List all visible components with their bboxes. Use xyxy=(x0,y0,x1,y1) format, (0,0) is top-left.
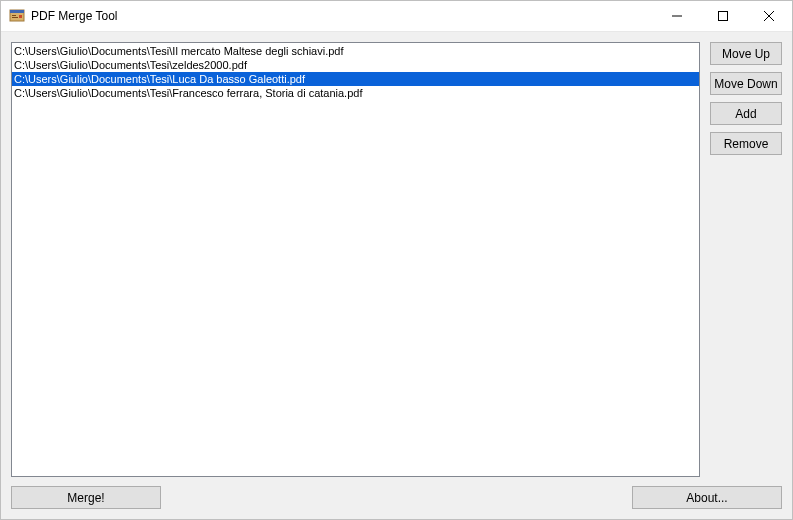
move-up-button[interactable]: Move Up xyxy=(710,42,782,65)
close-button[interactable] xyxy=(746,1,792,31)
minimize-button[interactable] xyxy=(654,1,700,31)
maximize-button[interactable] xyxy=(700,1,746,31)
list-item[interactable]: C:\Users\Giulio\Documents\Tesi\zeldes200… xyxy=(12,58,699,72)
svg-line-8 xyxy=(764,11,774,21)
svg-rect-1 xyxy=(10,10,24,13)
svg-rect-2 xyxy=(12,15,16,16)
file-listbox[interactable]: C:\Users\Giulio\Documents\Tesi\Il mercat… xyxy=(11,42,700,477)
svg-rect-4 xyxy=(19,15,22,18)
bottom-row: Merge! About... xyxy=(11,486,782,509)
app-icon xyxy=(9,8,25,24)
app-window: PDF Merge Tool C:\Users\Giulio\Documents… xyxy=(0,0,793,520)
side-buttons: Move Up Move Down Add Remove xyxy=(710,42,782,477)
svg-line-7 xyxy=(764,11,774,21)
about-button[interactable]: About... xyxy=(632,486,782,509)
merge-button[interactable]: Merge! xyxy=(11,486,161,509)
list-item[interactable]: C:\Users\Giulio\Documents\Tesi\Francesco… xyxy=(12,86,699,100)
move-down-button[interactable]: Move Down xyxy=(710,72,782,95)
list-item[interactable]: C:\Users\Giulio\Documents\Tesi\Il mercat… xyxy=(12,44,699,58)
svg-rect-3 xyxy=(12,17,18,18)
list-item[interactable]: C:\Users\Giulio\Documents\Tesi\Luca Da b… xyxy=(12,72,699,86)
main-row: C:\Users\Giulio\Documents\Tesi\Il mercat… xyxy=(11,42,782,477)
client-area: C:\Users\Giulio\Documents\Tesi\Il mercat… xyxy=(1,32,792,519)
titlebar-left: PDF Merge Tool xyxy=(9,8,117,24)
window-title: PDF Merge Tool xyxy=(31,9,117,23)
add-button[interactable]: Add xyxy=(710,102,782,125)
titlebar: PDF Merge Tool xyxy=(1,1,792,32)
svg-rect-6 xyxy=(719,12,728,21)
remove-button[interactable]: Remove xyxy=(710,132,782,155)
window-controls xyxy=(654,1,792,31)
